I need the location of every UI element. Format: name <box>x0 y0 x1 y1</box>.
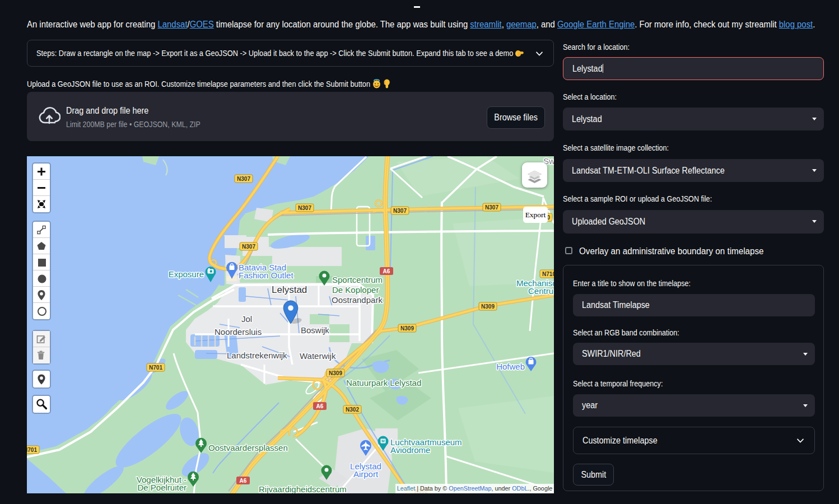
svg-text:Hofweb: Hofweb <box>496 362 525 371</box>
svg-text:Waterwijk: Waterwijk <box>300 351 336 361</box>
svg-text:Oostvaardersplassen: Oostvaardersplassen <box>208 443 288 452</box>
svg-text:Noordersluis: Noordersluis <box>215 327 262 337</box>
svg-text:Oostrandpark: Oostrandpark <box>332 295 383 305</box>
svg-text:N307: N307 <box>485 204 498 211</box>
svg-text:N307: N307 <box>298 205 311 211</box>
svg-text:Exposure: Exposure <box>169 269 204 279</box>
svg-text:M: M <box>381 439 385 443</box>
svg-text:Boswijk: Boswijk <box>301 325 329 335</box>
svg-text:Lelystad: Lelystad <box>272 284 307 295</box>
svg-text:Natuurpark Lelystad: Natuurpark Lelystad <box>346 378 421 388</box>
svg-text:Rijvaardigheidscentrum: Rijvaardigheidscentrum <box>259 484 347 493</box>
svg-text:N701: N701 <box>27 447 37 453</box>
svg-text:Sportcentrum: Sportcentrum <box>332 275 383 284</box>
svg-text:A6: A6 <box>316 403 324 409</box>
svg-text:N710: N710 <box>542 271 554 277</box>
svg-text:De Koploper: De Koploper <box>332 285 379 295</box>
svg-text:N309: N309 <box>329 370 342 376</box>
svg-text:Airport: Airport <box>353 469 379 479</box>
svg-text:A6: A6 <box>240 478 247 484</box>
svg-text:N302: N302 <box>346 407 359 413</box>
svg-text:De Poelruiter: De Poelruiter <box>137 483 187 492</box>
svg-text:Jol: Jol <box>241 314 252 324</box>
svg-text:A6: A6 <box>383 268 390 274</box>
svg-text:N307: N307 <box>237 176 250 182</box>
svg-text:N307: N307 <box>242 244 255 250</box>
svg-text:N309: N309 <box>400 325 414 332</box>
svg-text:N309: N309 <box>481 304 495 310</box>
svg-text:Aviodrome: Aviodrome <box>390 445 430 455</box>
svg-text:Centrum: Centrum <box>528 286 554 296</box>
svg-text:N701: N701 <box>149 365 162 371</box>
svg-text:Fashion Outlet: Fashion Outlet <box>239 270 293 280</box>
svg-text:N307: N307 <box>393 208 407 214</box>
svg-text:Landstrekenwijk: Landstrekenwijk <box>227 351 287 360</box>
